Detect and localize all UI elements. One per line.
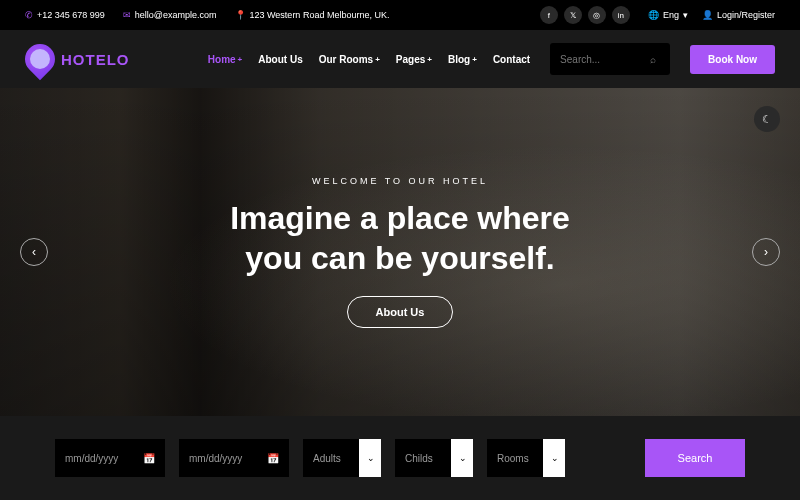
login-register[interactable]: 👤 Login/Register — [702, 10, 775, 20]
header: HOTELO Home+ About Us Our Rooms+ Pages+ … — [0, 30, 800, 88]
user-icon: 👤 — [702, 10, 713, 20]
checkin-date[interactable]: mm/dd/yyyy 📅 — [55, 439, 165, 477]
childs-select[interactable]: Childs ⌄ — [395, 439, 473, 477]
address-text: 123 Western Road Melbourne, UK. — [250, 10, 390, 20]
hero-title: Imagine a place where you can be yoursel… — [230, 198, 570, 278]
email-item[interactable]: ✉ hello@example.com — [123, 10, 217, 20]
chevron-down-icon: ▾ — [683, 10, 688, 20]
book-now-button[interactable]: Book Now — [690, 45, 775, 74]
language-selector[interactable]: 🌐 Eng ▾ — [648, 10, 688, 20]
chevron-right-icon: › — [764, 245, 768, 259]
address-item: 📍 123 Western Road Melbourne, UK. — [235, 10, 390, 20]
nav-contact[interactable]: Contact — [493, 54, 530, 65]
booking-bar: mm/dd/yyyy 📅 mm/dd/yyyy 📅 Adults ⌄ Child… — [0, 416, 800, 500]
hero-subtitle: WELCOME TO OUR HOTEL — [312, 176, 488, 186]
chevron-down-icon: ⌄ — [459, 453, 467, 463]
nav-home[interactable]: Home+ — [208, 54, 242, 65]
nav-blog[interactable]: Blog+ — [448, 54, 477, 65]
logo-text: HOTELO — [61, 51, 130, 68]
checkout-date[interactable]: mm/dd/yyyy 📅 — [179, 439, 289, 477]
phone-text: +12 345 678 999 — [37, 10, 105, 20]
chevron-down-icon: ⌄ — [367, 453, 375, 463]
calendar-icon: 📅 — [143, 453, 155, 464]
rooms-select[interactable]: Rooms ⌄ — [487, 439, 565, 477]
phone-item[interactable]: ✆ +12 345 678 999 — [25, 10, 105, 20]
email-icon: ✉ — [123, 10, 131, 20]
location-icon: 📍 — [235, 10, 246, 20]
hero-section: ☾ ‹ › WELCOME TO OUR HOTEL Imagine a pla… — [0, 88, 800, 416]
logo-icon — [19, 38, 61, 80]
chevron-left-icon: ‹ — [32, 245, 36, 259]
chevron-down-icon: ⌄ — [551, 453, 559, 463]
search-icon[interactable]: ⌕ — [650, 54, 656, 65]
social-icons: f 𝕏 ◎ in — [540, 6, 630, 24]
phone-icon: ✆ — [25, 10, 33, 20]
topbar: ✆ +12 345 678 999 ✉ hello@example.com 📍 … — [0, 0, 800, 30]
login-text: Login/Register — [717, 10, 775, 20]
main-nav: Home+ About Us Our Rooms+ Pages+ Blog+ C… — [208, 54, 530, 65]
facebook-icon[interactable]: f — [540, 6, 558, 24]
carousel-prev[interactable]: ‹ — [20, 238, 48, 266]
nav-rooms[interactable]: Our Rooms+ — [319, 54, 380, 65]
adults-select[interactable]: Adults ⌄ — [303, 439, 381, 477]
logo[interactable]: HOTELO — [25, 44, 130, 74]
carousel-next[interactable]: › — [752, 238, 780, 266]
plus-icon: + — [238, 55, 243, 64]
nav-about[interactable]: About Us — [258, 54, 302, 65]
about-us-button[interactable]: About Us — [347, 296, 454, 328]
theme-toggle[interactable]: ☾ — [754, 106, 780, 132]
search-button[interactable]: Search — [645, 439, 745, 477]
lang-text: Eng — [663, 10, 679, 20]
plus-icon: + — [375, 55, 380, 64]
plus-icon: + — [427, 55, 432, 64]
search-input[interactable] — [560, 54, 650, 65]
instagram-icon[interactable]: ◎ — [588, 6, 606, 24]
search-box[interactable]: ⌕ — [550, 43, 670, 75]
moon-icon: ☾ — [762, 113, 772, 126]
nav-pages[interactable]: Pages+ — [396, 54, 432, 65]
plus-icon: + — [472, 55, 477, 64]
globe-icon: 🌐 — [648, 10, 659, 20]
calendar-icon: 📅 — [267, 453, 279, 464]
email-text: hello@example.com — [135, 10, 217, 20]
linkedin-icon[interactable]: in — [612, 6, 630, 24]
twitter-icon[interactable]: 𝕏 — [564, 6, 582, 24]
